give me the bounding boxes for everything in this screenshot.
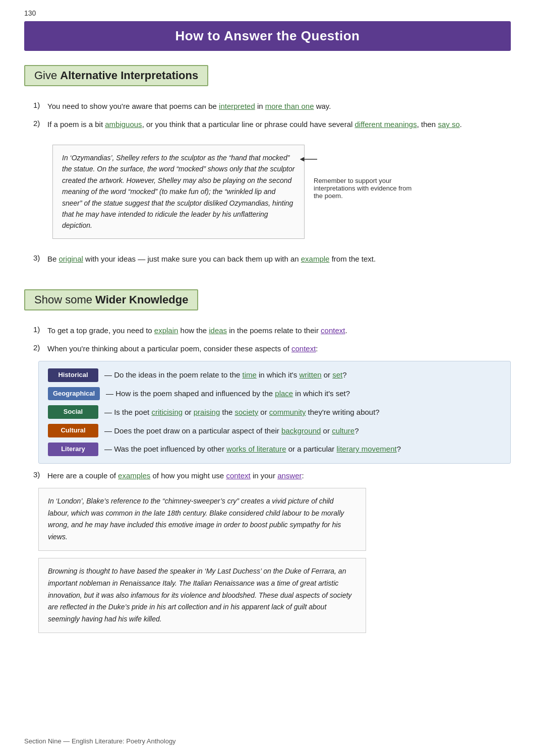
ideas-link: ideas (209, 326, 227, 335)
say-so-link: say so (438, 120, 459, 129)
item1-content: You need to show you're aware that poems… (47, 100, 511, 112)
answer-link: answer (277, 471, 302, 480)
historical-badge: Historical (48, 368, 98, 382)
section1-item3: 3) Be original with your ideas — just ma… (33, 253, 511, 265)
item1-num: 1) (33, 100, 47, 109)
literary-badge: Literary (48, 443, 98, 456)
more-than-one-link: more than one (265, 102, 314, 110)
item2-num: 2) (33, 118, 47, 128)
arrow-icon (300, 152, 320, 167)
s2-item3-content: Here are a couple of examples of how you… (47, 470, 511, 482)
context-link2: context (291, 344, 316, 353)
original-link: original (59, 255, 83, 263)
footer-text: Section Nine — English Literature: Poetr… (24, 737, 176, 745)
context-cultural-row: Cultural — Does the poet draw on a parti… (48, 424, 501, 437)
different-meanings-link: different meanings (355, 120, 417, 129)
interpreted-link: interpreted (219, 102, 255, 110)
section1-heading-bold: Alternative Interpretations (60, 69, 198, 82)
historical-text: — Do the ideas in the poem relate to the… (104, 369, 347, 381)
context-geographical-row: Geographical — How is the poem shaped an… (48, 387, 501, 401)
context-table: Historical — Do the ideas in the poem re… (38, 361, 511, 464)
section1-heading: Give Alternative Interpretations (24, 65, 208, 86)
section2-item2: 2) When you're thinking about a particul… (33, 343, 511, 355)
s2-item2-content: When you're thinking about a particular … (47, 343, 511, 355)
s2-item1-num: 1) (33, 325, 47, 334)
section1-item1: 1) You need to show you're aware that po… (33, 100, 511, 112)
geographical-text: — How is the poem shaped and influenced … (106, 388, 350, 400)
social-badge: Social (48, 405, 98, 419)
page-number: 130 (24, 9, 511, 17)
context-social-row: Social — Is the poet criticising or prai… (48, 405, 501, 419)
context-historical-row: Historical — Do the ideas in the poem re… (48, 368, 501, 382)
explain-link: explain (154, 326, 179, 335)
item3-num: 3) (33, 253, 47, 262)
cultural-text: — Does the poet draw on a particular asp… (104, 425, 359, 437)
examples-link: examples (118, 471, 150, 480)
example2-text: Browning is thought to have based the sp… (48, 567, 351, 623)
section2-heading: Show some Wider Knowledge (24, 289, 198, 310)
section1-heading-plain: Give (34, 69, 60, 82)
section2-item3: 3) Here are a couple of examples of how … (33, 470, 511, 482)
quote-text: In ‘Ozymandias’, Shelley refers to the s… (62, 154, 294, 229)
main-title: How to Answer the Question (24, 21, 511, 51)
example-link: example (301, 255, 330, 263)
item3-content: Be original with your ideas — just make … (47, 253, 511, 265)
social-text: — Is the poet criticising or praising th… (104, 406, 380, 418)
s2-item1-content: To get a top grade, you need to explain … (47, 325, 511, 337)
context-literary-row: Literary — Was the poet influenced by ot… (48, 443, 501, 456)
item2-content: If a poem is a bit ambiguous, or you thi… (47, 118, 511, 131)
context-link3: context (226, 471, 250, 480)
section1-item2: 2) If a poem is a bit ambiguous, or you … (33, 118, 511, 131)
geographical-badge: Geographical (48, 387, 100, 401)
section2-item1: 1) To get a top grade, you need to expla… (33, 325, 511, 337)
context-link1: context (321, 326, 345, 335)
literary-text: — Was the poet influenced by other works… (104, 443, 401, 455)
section2-heading-plain: Show some (34, 293, 95, 306)
ambiguous-link: ambiguous (105, 120, 142, 129)
s2-item2-num: 2) (33, 343, 47, 352)
quote-row: In ‘Ozymandias’, Shelley refers to the s… (38, 137, 511, 247)
cultural-badge: Cultural (48, 424, 98, 437)
section2-heading-bold: Wider Knowledge (95, 293, 188, 306)
s2-item3-num: 3) (33, 470, 47, 479)
example-box-1: In ‘London’, Blake’s reference to the “c… (38, 488, 366, 551)
ozymandias-quote: In ‘Ozymandias’, Shelley refers to the s… (52, 145, 305, 239)
example1-text: In ‘London’, Blake’s reference to the “c… (48, 497, 344, 541)
quote-note: Remember to support your interpretations… (314, 177, 414, 200)
example-box-2: Browning is thought to have based the sp… (38, 558, 366, 633)
